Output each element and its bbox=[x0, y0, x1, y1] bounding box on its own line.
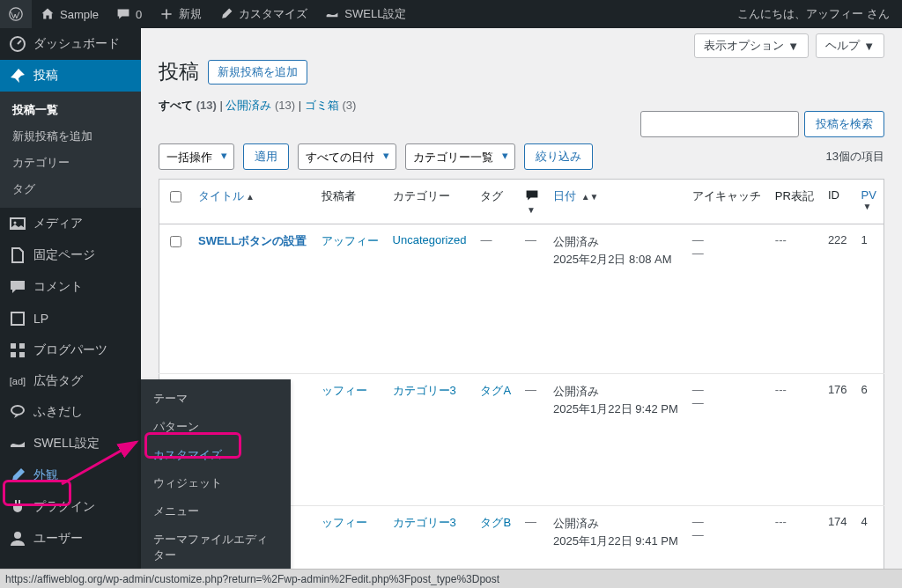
post-title-link[interactable]: SWELLボタンの設置 bbox=[198, 234, 307, 247]
comments-count[interactable]: 0 bbox=[107, 0, 151, 28]
filter-all[interactable]: すべて (13) bbox=[159, 99, 217, 112]
add-new-button[interactable]: 新規投稿を追加 bbox=[208, 60, 307, 85]
col-pr: PR表記 bbox=[768, 180, 821, 224]
sidebar-item-pages[interactable]: 固定ページ bbox=[0, 239, 141, 271]
bulk-action-select[interactable]: 一括操作 bbox=[159, 143, 234, 170]
flyout-widgets[interactable]: ウィジェット bbox=[141, 469, 291, 497]
author-link[interactable]: アッフィー bbox=[322, 234, 379, 247]
submenu-posts-tags[interactable]: タグ bbox=[0, 176, 141, 202]
col-comments[interactable]: ▼ bbox=[518, 180, 546, 224]
grid-icon bbox=[9, 342, 26, 359]
col-pv[interactable]: PV▼ bbox=[854, 180, 884, 224]
page-title: 投稿 bbox=[159, 58, 199, 85]
comment-icon bbox=[9, 278, 26, 296]
swell-icon bbox=[9, 435, 26, 452]
user-greeting[interactable]: こんにちは、アッフィー さん bbox=[737, 6, 902, 22]
items-count: 13個の項目 bbox=[826, 149, 884, 165]
id-cell: 176 bbox=[821, 374, 854, 506]
help-button[interactable]: ヘルプ ▼ bbox=[816, 33, 884, 58]
comment-count: — bbox=[525, 383, 536, 396]
date-cell: 公開済み2025年2月2日 8:08 AM bbox=[546, 224, 685, 374]
svg-point-9 bbox=[11, 406, 24, 415]
search-input[interactable] bbox=[640, 111, 799, 137]
sidebar-item-media[interactable]: メディア bbox=[0, 208, 141, 239]
sidebar-item-users[interactable]: ユーザー bbox=[0, 523, 141, 555]
svg-rect-8 bbox=[19, 352, 25, 357]
flyout-customize[interactable]: カスタマイズ bbox=[141, 441, 291, 469]
row-checkbox[interactable] bbox=[170, 236, 181, 247]
sidebar-item-posts[interactable]: 投稿 bbox=[0, 60, 141, 92]
new-content[interactable]: 新規 bbox=[151, 0, 211, 28]
pr-cell: --- bbox=[768, 374, 821, 506]
balloon-icon bbox=[9, 403, 26, 421]
admin-toolbar: Sample 0 新規 カスタマイズ SWELL設定 こんにちは、アッフィー さ… bbox=[0, 0, 902, 28]
eyecatch-cell: — — bbox=[685, 374, 768, 506]
sidebar-item-swell[interactable]: SWELL設定 bbox=[0, 428, 141, 459]
search-button[interactable]: 投稿を検索 bbox=[804, 111, 884, 137]
col-author: 投稿者 bbox=[314, 180, 386, 224]
swell-icon bbox=[325, 7, 339, 21]
home-icon bbox=[41, 7, 55, 21]
sidebar-item-dashboard[interactable]: ダッシュボード bbox=[0, 28, 141, 60]
author-link[interactable]: ッフィー bbox=[322, 516, 367, 529]
flyout-patterns[interactable]: パターン bbox=[141, 413, 291, 441]
pv-cell: 1 bbox=[854, 224, 884, 374]
sidebar-item-balloon[interactable]: ふきだし bbox=[0, 396, 141, 428]
sidebar-item-adtag[interactable]: [ad] 広告タグ bbox=[0, 366, 141, 396]
admin-sidebar: ダッシュボード 投稿 投稿一覧 新規投稿を追加 カテゴリー タグ メディア 固定… bbox=[0, 28, 141, 588]
category-filter-select[interactable]: カテゴリー一覧 bbox=[405, 143, 515, 170]
category-link[interactable]: カテゴリー3 bbox=[393, 384, 456, 397]
pv-cell: 6 bbox=[854, 374, 884, 506]
col-cats: カテゴリー bbox=[386, 180, 474, 224]
tag-empty: — bbox=[480, 233, 492, 246]
col-tags: タグ bbox=[473, 180, 518, 224]
author-link[interactable]: ッフィー bbox=[322, 384, 367, 397]
svg-rect-5 bbox=[11, 343, 16, 349]
submenu-posts-list[interactable]: 投稿一覧 bbox=[0, 97, 141, 123]
tablenav-top: 一括操作 適用 すべての日付 カテゴリー一覧 絞り込み 13個の項目 bbox=[159, 143, 884, 170]
sidebar-item-lp[interactable]: LP bbox=[0, 303, 141, 334]
swell-settings-link[interactable]: SWELL設定 bbox=[316, 0, 415, 28]
category-link[interactable]: カテゴリー3 bbox=[393, 516, 456, 529]
col-title[interactable]: タイトル▲ bbox=[191, 180, 314, 224]
filter-published[interactable]: 公開済み (13) bbox=[226, 99, 295, 112]
flyout-themes[interactable]: テーマ bbox=[141, 385, 291, 413]
tag-link[interactable]: タグA bbox=[480, 384, 511, 397]
filter-button[interactable]: 絞り込み bbox=[524, 143, 593, 170]
pr-cell: --- bbox=[768, 224, 821, 374]
page-icon bbox=[9, 246, 26, 264]
apply-button[interactable]: 適用 bbox=[243, 143, 289, 170]
col-date[interactable]: 日付 ▲▼ bbox=[546, 180, 685, 224]
brush-icon bbox=[219, 7, 233, 21]
select-all-checkbox[interactable] bbox=[170, 191, 181, 202]
posts-submenu: 投稿一覧 新規投稿を追加 カテゴリー タグ bbox=[0, 92, 141, 208]
wp-logo[interactable] bbox=[0, 0, 32, 28]
chevron-down-icon: ▼ bbox=[787, 40, 799, 53]
comment-icon bbox=[116, 7, 130, 21]
lp-icon bbox=[9, 310, 26, 327]
appearance-flyout: テーマ パターン カスタマイズ ウィジェット メニュー テーマファイルエディター bbox=[141, 379, 291, 575]
sidebar-item-comments[interactable]: コメント bbox=[0, 271, 141, 303]
comment-icon bbox=[525, 188, 539, 202]
sidebar-item-plugins[interactable]: プラグイン bbox=[0, 491, 141, 523]
sidebar-item-blogparts[interactable]: ブログパーツ bbox=[0, 334, 141, 366]
col-id: ID bbox=[821, 180, 854, 224]
date-cell: 公開済み2025年1月22日 9:42 PM bbox=[546, 374, 685, 506]
site-home[interactable]: Sample bbox=[32, 0, 107, 28]
id-cell: 222 bbox=[821, 224, 854, 374]
submenu-posts-cats[interactable]: カテゴリー bbox=[0, 150, 141, 176]
flyout-menus[interactable]: メニュー bbox=[141, 497, 291, 526]
screen-options-button[interactable]: 表示オプション ▼ bbox=[694, 33, 809, 58]
pr-cell: --- bbox=[768, 506, 821, 577]
tag-link[interactable]: タグB bbox=[480, 516, 511, 529]
filter-trash[interactable]: ゴミ箱 (3) bbox=[305, 99, 357, 112]
category-link[interactable]: Uncategorized bbox=[393, 233, 467, 246]
table-row[interactable]: SWELLボタンの設置 アッフィー Uncategorized — — 公開済み… bbox=[159, 224, 884, 374]
submenu-posts-new[interactable]: 新規投稿を追加 bbox=[0, 123, 141, 150]
date-filter-select[interactable]: すべての日付 bbox=[298, 143, 396, 170]
eyecatch-cell: — — bbox=[685, 224, 768, 374]
customize-link[interactable]: カスタマイズ bbox=[211, 0, 316, 28]
sidebar-item-appearance[interactable]: 外観 bbox=[0, 459, 141, 491]
site-name: Sample bbox=[60, 8, 99, 21]
flyout-editor[interactable]: テーマファイルエディター bbox=[141, 526, 291, 570]
